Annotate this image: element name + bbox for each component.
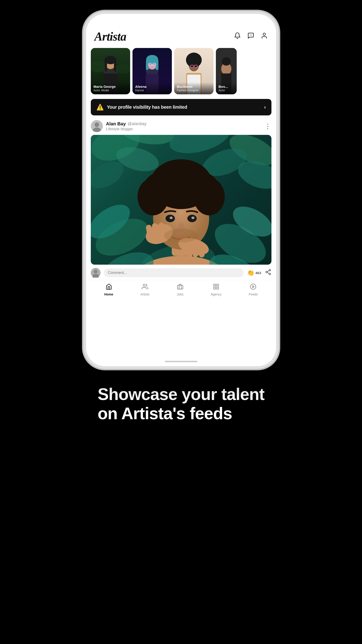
jobs-icon [177,284,183,292]
profile-card-role: Fashion Designer [177,89,211,92]
profile-card-name: Maria George [94,84,127,89]
svg-point-36 [94,122,99,127]
artists-icon [142,284,148,292]
svg-point-59 [156,173,206,208]
svg-point-72 [164,229,198,242]
comment-actions: 👏 463 [247,269,271,277]
applause-icon: 👏 [247,269,254,276]
phone-shell: Artista [86,14,276,366]
profile-card[interactable]: Buckleon Fashion Designer [174,48,214,94]
profile-card-role: Dancer [135,89,169,92]
nav-item-feeds[interactable]: Feeds [249,284,258,296]
home-indicator [165,361,197,362]
phone-notch [158,14,204,20]
post-role: Lifestyle blogger [106,127,147,131]
svg-point-62 [170,217,173,219]
home-icon [106,284,112,292]
nav-item-jobs[interactable]: Jobs [177,284,184,296]
comment-input[interactable] [104,268,244,277]
post-username-row: Alan Bay @alanbay [106,121,147,126]
svg-point-3 [263,33,265,36]
nav-item-artists[interactable]: Artists [140,284,149,296]
svg-rect-10 [105,60,107,72]
profile-card[interactable]: Bos... Actor [216,48,237,94]
svg-rect-89 [214,287,216,289]
profile-card[interactable]: Aleena Dancer [132,48,172,94]
share-button[interactable] [265,269,272,277]
comment-bar: 👏 463 [91,265,272,280]
comment-user-avatar [91,268,100,278]
header-icons [234,32,268,41]
profile-card-info: Bos... Actor [216,82,237,94]
svg-line-84 [267,270,269,272]
svg-point-33 [222,57,231,66]
svg-rect-87 [214,284,216,286]
profile-card-info: Maria George Actor, Model [91,82,130,94]
post-avatar[interactable] [91,120,103,132]
post-handle: @alanbay [128,122,146,126]
profiles-strip: Maria George Actor, Model [86,46,276,97]
post-menu-button[interactable]: ⋮ [265,122,272,130]
warning-text: Your profile visibility has been limited [107,104,187,110]
svg-rect-88 [217,284,218,286]
svg-point-63 [191,217,194,219]
warning-left: ⚠️ Your profile visibility has been limi… [96,104,187,111]
post-image [91,135,272,265]
profile-card-name: Bos... [219,84,234,89]
phone-bottom-bar [86,357,276,366]
nav-item-home[interactable]: Home [104,284,113,296]
feeds-icon [250,284,256,292]
profile-icon[interactable] [261,32,268,41]
profile-card-role: Actor [219,89,234,92]
svg-point-85 [143,284,145,286]
svg-rect-11 [114,60,116,72]
bottom-tagline: Showcase your talenton Artista's feeds [84,385,278,423]
app-content: Artista [86,25,276,357]
svg-rect-70 [192,242,199,257]
profile-card-role: Actor, Model [94,89,127,92]
nav-label-feeds: Feeds [249,292,258,296]
post-header: Alan Bay @alanbay Lifestyle blogger ⋮ [91,120,272,132]
applause-button[interactable]: 👏 463 [247,269,261,276]
svg-marker-92 [253,286,254,288]
svg-point-91 [251,284,256,289]
profile-card-info: Aleena Dancer [132,82,172,94]
post-container: Alan Bay @alanbay Lifestyle blogger ⋮ [86,118,276,280]
profile-card-name: Buckleon [177,84,211,89]
post-user-details: Alan Bay @alanbay Lifestyle blogger [106,121,147,131]
bell-icon[interactable] [234,32,241,41]
nav-label-home: Home [104,292,113,296]
app-header: Artista [86,25,276,46]
profile-card[interactable]: Maria George Actor, Model [91,48,130,94]
agency-icon [213,284,219,292]
page-wrapper: Artista [0,0,362,644]
warning-icon: ⚠️ [96,104,104,111]
profile-card-info: Buckleon Fashion Designer [174,82,214,94]
post-name: Alan Bay [106,121,126,126]
svg-rect-90 [217,287,218,289]
profile-card-name: Aleena [135,84,169,89]
phone-top-bar [86,14,276,25]
nav-label-jobs: Jobs [177,292,184,296]
bottom-nav: Home Artists [86,280,276,299]
svg-point-27 [186,52,202,68]
nav-label-artists: Artists [140,292,149,296]
warning-banner[interactable]: ⚠️ Your profile visibility has been limi… [91,99,272,116]
app-logo: Artista [94,30,126,43]
warning-arrow-icon: › [264,104,266,110]
chat-icon[interactable] [247,32,254,41]
svg-rect-86 [177,285,183,289]
nav-label-agency: Agency [211,292,222,296]
svg-line-83 [267,272,269,274]
applause-count: 463 [255,271,261,275]
svg-point-78 [94,270,97,274]
post-user-info: Alan Bay @alanbay Lifestyle blogger [91,120,147,132]
nav-item-agency[interactable]: Agency [211,284,222,296]
